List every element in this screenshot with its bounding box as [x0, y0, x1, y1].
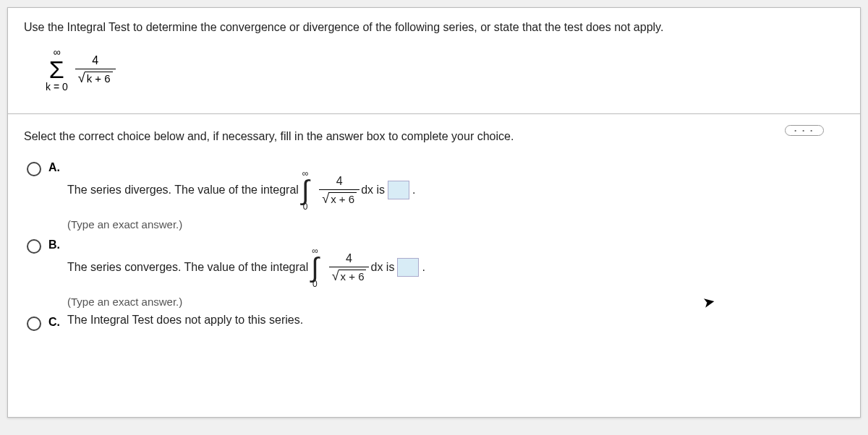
integral-a: ∞ ∫ 0	[302, 169, 309, 211]
dx-is-b: dx is	[370, 261, 394, 274]
dx-is-a: dx is	[361, 184, 385, 197]
more-icon[interactable]: • • •	[785, 125, 824, 136]
series-formula: ∞ Σ k = 0 4 √ k + 6	[46, 47, 116, 92]
choice-b-text: The series converges. The value of the i…	[67, 261, 308, 274]
sigma-lower: k = 0	[46, 82, 68, 92]
sqrt-b: √ x + 6	[332, 270, 367, 283]
series-fraction: 4 √ k + 6	[75, 54, 116, 85]
period-b: .	[422, 261, 425, 274]
choice-a: A. The series diverges. The value of the…	[27, 159, 844, 231]
int-b-bot: 0	[312, 280, 318, 288]
frac-a-den: √ x + 6	[319, 189, 359, 206]
frac-b-den: √ x + 6	[329, 267, 370, 283]
more-options[interactable]: • • •	[785, 125, 824, 136]
hint-a: (Type an exact answer.)	[67, 218, 416, 231]
radio-b[interactable]	[27, 239, 41, 254]
int-b-symbol: ∫	[311, 255, 318, 280]
choice-b-row: The series converges. The value of the i…	[67, 246, 425, 288]
sigma-notation: ∞ Σ k = 0	[46, 47, 68, 92]
question-text: Use the Integral Test to determine the c…	[24, 21, 844, 34]
radio-a[interactable]	[27, 162, 41, 176]
frac-b-num: 4	[343, 252, 355, 267]
instruction-text: Select the correct choice below and, if …	[24, 130, 844, 143]
frac-a-num: 4	[333, 175, 346, 189]
sqrt-a: √ x + 6	[322, 192, 357, 205]
choice-a-row: The series diverges. The value of the in…	[67, 169, 416, 211]
choice-b: B. The series converges. The value of th…	[27, 236, 844, 308]
choice-a-body: The series diverges. The value of the in…	[67, 159, 416, 231]
sigma-symbol: Σ	[49, 57, 64, 82]
series-denominator: √ k + 6	[75, 69, 116, 85]
radio-c[interactable]	[27, 316, 41, 331]
choice-c: C. The Integral Test does not apply to t…	[27, 314, 844, 331]
int-a-symbol: ∫	[302, 178, 309, 202]
choice-b-body: The series converges. The value of the i…	[67, 236, 425, 308]
choice-a-label: A.	[48, 161, 63, 174]
choice-b-label: B.	[48, 238, 63, 251]
hint-b: (Type an exact answer.)	[67, 296, 425, 308]
frac-b: 4 √ x + 6	[329, 252, 370, 283]
series-sqrt: √ k + 6	[78, 72, 113, 85]
series-numerator: 4	[89, 54, 101, 69]
choice-a-text: The series diverges. The value of the in…	[67, 184, 299, 197]
series-radicand: k + 6	[85, 72, 113, 85]
integral-b: ∞ ∫ 0	[311, 246, 318, 288]
radicand-b: x + 6	[339, 270, 367, 283]
int-a-bot: 0	[303, 202, 308, 211]
divider	[8, 113, 860, 114]
answer-box-a[interactable]	[388, 181, 409, 199]
choice-c-body: The Integral Test does not apply to this…	[67, 314, 303, 327]
frac-a: 4 √ x + 6	[319, 175, 359, 206]
question-panel: Use the Integral Test to determine the c…	[7, 7, 861, 418]
answer-box-b[interactable]	[397, 258, 419, 277]
choice-c-label: C.	[48, 316, 63, 329]
choice-c-text: The Integral Test does not apply to this…	[67, 314, 303, 326]
radicand-a: x + 6	[328, 192, 357, 205]
period-a: .	[412, 184, 415, 197]
